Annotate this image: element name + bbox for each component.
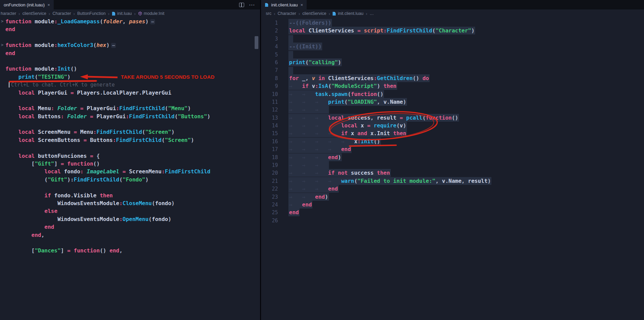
code-line[interactable]: else [0, 207, 260, 215]
breadcrumb-item[interactable]: Character [278, 11, 296, 16]
code-line[interactable]: 4--((Init)) [261, 43, 644, 50]
code-line[interactable]: 16→ → → → → x:Init() [261, 138, 644, 145]
code-line[interactable]: 6print("calling") [261, 58, 644, 66]
code-line[interactable]: end [0, 25, 260, 33]
code-line[interactable] [0, 120, 260, 128]
code-line[interactable] [0, 239, 260, 247]
code-line[interactable] [0, 183, 260, 191]
tab-close-icon[interactable]: × [301, 3, 303, 7]
line-number: 26 [261, 217, 278, 225]
left-editor[interactable]: >function module:_LoadGamepass(folder, p… [0, 18, 260, 320]
code-line[interactable]: end, [0, 231, 260, 239]
left-pane: onFunction (init.luau) × ⋯ haracter › cl… [0, 0, 261, 320]
breadcrumb-item[interactable]: init.luau [117, 11, 132, 16]
code-line[interactable]: 22→ → → end [261, 185, 644, 193]
code-line[interactable]: 11→ → → print("LOADING", v.Name) [261, 98, 644, 106]
right-editor[interactable]: 1--((Folders))2local ClientServices = sc… [261, 18, 644, 320]
code-line[interactable]: 24→ end [261, 201, 644, 208]
code-line[interactable]: ["Gift"] = function() [0, 160, 260, 168]
code-line[interactable]: 9→ if v:IsA("ModuleScript") then [261, 82, 644, 90]
breadcrumb-item[interactable]: … [370, 11, 374, 16]
code-line[interactable]: WindowsEventsModule:OpenMenu(fondo) [0, 215, 260, 223]
tab-close-icon[interactable]: × [47, 3, 50, 7]
line-number: 24 [261, 201, 278, 209]
breadcrumb-item[interactable]: src [266, 11, 272, 16]
code-line[interactable]: 21→ → → → warn("Failed to init module:",… [261, 177, 644, 185]
code-line[interactable] [0, 97, 260, 104]
code-line[interactable]: >function module:hexToColor3(hex)⋯ [0, 41, 260, 49]
code-line[interactable]: 5 [261, 51, 644, 58]
code-line[interactable]: Ctrl+L to chat. Ctrl+K to generate [0, 81, 260, 89]
breadcrumb-item[interactable]: clientService [302, 11, 326, 16]
line-number: 9 [261, 82, 278, 90]
breadcrumb-item[interactable]: haracter [1, 11, 16, 16]
line-number: 8 [261, 75, 278, 82]
tab-init-client-luau[interactable]: init.client.luau × [261, 0, 307, 9]
code-line[interactable]: 10→ → task.spawn(function() [261, 90, 644, 98]
code-line[interactable]: local Buttons: Folder = PlayerGui:FindFi… [0, 113, 260, 120]
right-pane: init.client.luau × src › Character › cli… [261, 0, 644, 320]
code-line[interactable]: ("Gift"):FindFirstChild("Fondo") [0, 176, 260, 183]
line-number: 18 [261, 154, 278, 162]
code-line[interactable]: local buttonFunciones = { [0, 152, 260, 160]
code-line[interactable]: end [0, 223, 260, 231]
breadcrumb-item[interactable]: ButtonFunction [77, 11, 106, 16]
breadcrumb-item[interactable]: Character [52, 11, 71, 16]
code-line[interactable]: print("TESTING") [0, 73, 260, 81]
code-line[interactable] [0, 144, 260, 152]
tab-actions: ⋯ [239, 0, 260, 9]
line-number: 21 [261, 177, 278, 185]
line-number: 20 [261, 169, 278, 177]
code-line[interactable]: 8for _, v in ClientServices:GetChildren(… [261, 74, 644, 82]
code-line[interactable]: 19→ → → [261, 161, 644, 169]
code-line[interactable]: 18→ → → end) [261, 153, 644, 161]
fold-chevron-icon[interactable]: > [1, 18, 3, 25]
code-line[interactable]: WindowsEventsModule:CloseMenu(fondo) [0, 199, 260, 207]
code-line[interactable]: 2local ClientServices = script:FindFirst… [261, 27, 644, 34]
code-line[interactable]: function module:Init() [0, 65, 260, 73]
breadcrumb-item[interactable]: module:Init [144, 11, 164, 16]
chevron-right-icon: › [73, 11, 75, 16]
chevron-right-icon: › [49, 11, 50, 16]
code-line[interactable]: 26 [261, 217, 644, 224]
code-line[interactable] [0, 57, 260, 65]
code-line[interactable]: ["Dances"] = function() end, [0, 247, 260, 254]
line-number: 13 [261, 114, 278, 122]
line-number: 1 [261, 19, 278, 27]
breadcrumb-item[interactable]: init.client.luau [338, 11, 363, 16]
code-line[interactable]: end [0, 49, 260, 57]
code-line[interactable]: local ScreenMenu = Menu:FindFirstChild("… [0, 128, 260, 136]
line-number: 16 [261, 138, 278, 146]
code-line[interactable]: 1--((Folders)) [261, 19, 644, 27]
code-line[interactable]: 20→ → → if not success then [261, 169, 644, 177]
code-line[interactable]: 12→ → → [261, 106, 644, 114]
line-number: 22 [261, 185, 278, 193]
code-line[interactable]: local fondo: ImageLabel = ScreenMenu:Fin… [0, 168, 260, 175]
code-line[interactable]: if fondo.Visible then [0, 192, 260, 199]
fold-chevron-icon[interactable]: > [1, 41, 3, 49]
split-editor-icon[interactable] [239, 3, 244, 7]
code-line[interactable]: 23→ → end) [261, 193, 644, 201]
code-line[interactable]: local PlayerGui = Players.LocalPlayer.Pl… [0, 89, 260, 97]
code-line[interactable]: >function module:_LoadGamepass(folder, p… [0, 18, 260, 25]
more-actions-icon[interactable]: ⋯ [249, 2, 255, 8]
code-line[interactable]: 15→ → → → if x and x.Init then [261, 129, 644, 137]
scrollbar-thumb[interactable] [255, 36, 258, 49]
tab-init-luau[interactable]: onFunction (init.luau) × [0, 0, 54, 9]
code-line[interactable]: local Menu: Folder = PlayerGui:FindFirst… [0, 104, 260, 112]
code-line[interactable]: 14→ → → → local x = require(v) [261, 122, 644, 129]
code-line[interactable]: 13→ → → local success, result = pcall(fu… [261, 114, 644, 122]
line-number: 19 [261, 162, 278, 169]
file-icon [112, 11, 115, 16]
file-icon [265, 3, 268, 7]
chevron-right-icon: › [366, 11, 367, 16]
code-line[interactable]: local ScreenButtons = Buttons:FindFirstC… [0, 136, 260, 144]
code-line[interactable] [0, 33, 260, 41]
code-line[interactable]: 17→ → → → end [261, 145, 644, 153]
code-line[interactable]: 7 [261, 66, 644, 74]
breadcrumb-item[interactable]: clientService [22, 11, 46, 16]
chevron-right-icon: › [274, 11, 275, 16]
code-line[interactable]: 3 [261, 35, 644, 43]
code-line[interactable]: 25end [261, 208, 644, 216]
line-number: 12 [261, 106, 278, 114]
